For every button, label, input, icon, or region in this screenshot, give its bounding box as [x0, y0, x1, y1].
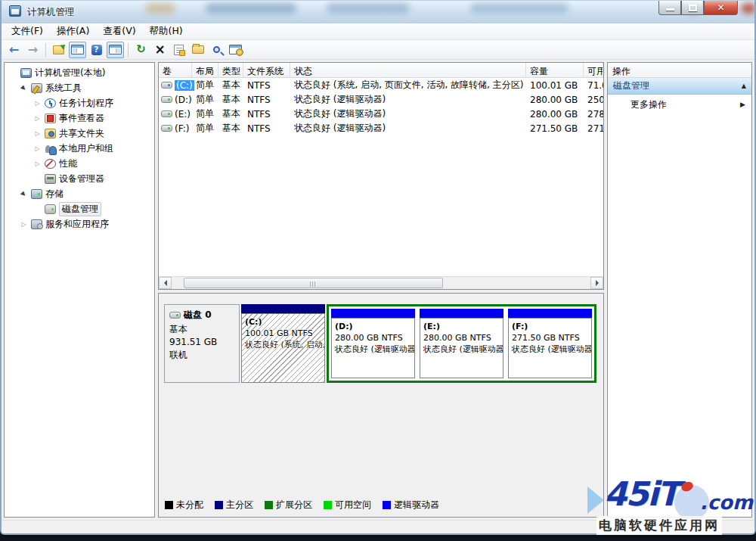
- volume-table-header: 卷 布局 类型 文件系统 状态 容量 可用空间: [159, 63, 603, 78]
- console-options-button[interactable]: [227, 42, 244, 58]
- desktop-background: 计算机管理 ✕ 文件(F) 操作(A) 查看(V) 帮助(H) ← → ? ↻: [0, 0, 756, 541]
- partition-c[interactable]: (C:) 100.01 GB NTFS 状态良好 (系统, 启动, 页面文件, …: [241, 304, 325, 383]
- disk-management-section-header[interactable]: 磁盘管理 ▲: [608, 78, 751, 95]
- tree-item-disk-management[interactable]: 磁盘管理: [5, 201, 154, 216]
- background-blob: [145, 3, 175, 14]
- column-capacity[interactable]: 容量: [526, 63, 584, 77]
- legend-extended-partition: 扩展分区: [265, 499, 312, 511]
- tree-item-computer-management[interactable]: 计算机管理(本地): [5, 65, 154, 80]
- close-icon: ✕: [705, 2, 737, 13]
- drive-icon: [161, 82, 172, 89]
- menu-action[interactable]: 操作(A): [50, 23, 96, 40]
- back-button[interactable]: ←: [5, 42, 23, 58]
- scrollbar-track[interactable]: [172, 277, 590, 289]
- menu-file[interactable]: 文件(F): [5, 23, 50, 40]
- export-list-button[interactable]: [50, 42, 67, 58]
- open-button[interactable]: [189, 42, 206, 58]
- services-icon: [31, 219, 42, 229]
- task-scheduler-icon: [45, 98, 56, 108]
- storage-icon: [31, 189, 42, 199]
- legend-swatch: [165, 501, 173, 509]
- export-list-icon: [53, 45, 64, 54]
- expander-expanded-icon[interactable]: ▶: [18, 82, 29, 93]
- drive-icon: [161, 125, 172, 132]
- column-type[interactable]: 类型: [218, 63, 243, 77]
- volume-row-f[interactable]: (F:) 简单 基本 NTFS 状态良好 (逻辑驱动器) 271.50 GB 2…: [159, 121, 603, 135]
- tree-item-services-applications[interactable]: ▷ 服务和应用程序: [5, 216, 154, 232]
- computer-management-icon: [9, 5, 21, 17]
- legend-swatch: [265, 501, 273, 509]
- tree-item-event-viewer[interactable]: ▷ 事件查看器: [5, 110, 154, 126]
- expander-collapsed-icon[interactable]: ▷: [20, 221, 28, 228]
- performance-icon: [45, 159, 56, 169]
- column-volume[interactable]: 卷: [159, 63, 192, 77]
- disk-0-label[interactable]: 磁盘 0 基本 931.51 GB 联机: [164, 304, 240, 383]
- refresh-button[interactable]: ↻: [132, 42, 150, 58]
- show-action-pane-button[interactable]: [107, 42, 124, 58]
- drive-icon: [161, 110, 172, 117]
- local-users-icon: [45, 144, 56, 154]
- expander-collapsed-icon[interactable]: ▷: [33, 115, 42, 122]
- volume-row-c[interactable]: (C:) 简单 基本 NTFS 状态良好 (系统, 启动, 页面文件, 活动, …: [159, 78, 603, 92]
- tree-item-local-users-groups[interactable]: ▷ 本地用户和组: [5, 141, 154, 156]
- tree-item-shared-folders[interactable]: ▷ 共享文件夹: [5, 126, 154, 141]
- scroll-left-arrow[interactable]: [159, 277, 172, 289]
- partition-c-color-bar: [241, 304, 325, 313]
- toolbar-separator: [128, 43, 129, 57]
- tree-item-task-scheduler[interactable]: ▷ 任务计划程序: [5, 95, 154, 110]
- partition-d[interactable]: (D:) 280.00 GB NTFS 状态良好 (逻辑驱动器): [331, 309, 415, 378]
- minimize-button[interactable]: [658, 1, 681, 15]
- tree-item-device-manager[interactable]: 设备管理器: [5, 171, 154, 186]
- expander-expanded-icon[interactable]: ▶: [18, 188, 29, 199]
- find-button[interactable]: [208, 42, 225, 58]
- menu-bar: 文件(F) 操作(A) 查看(V) 帮助(H): [2, 23, 754, 40]
- partition-e[interactable]: (E:) 280.00 GB NTFS 状态良好 (逻辑驱动器): [420, 309, 503, 378]
- properties-button[interactable]: [170, 42, 187, 58]
- scroll-right-arrow[interactable]: [590, 277, 603, 289]
- maximize-button[interactable]: [681, 1, 704, 15]
- column-free-space[interactable]: 可用空间: [584, 63, 603, 77]
- delete-icon: ×: [154, 43, 165, 56]
- partition-e-color-bar: [420, 309, 503, 318]
- legend-unallocated: 未分配: [165, 499, 203, 511]
- partition-f-color-bar: [508, 309, 592, 318]
- expander-collapsed-icon[interactable]: ▷: [33, 100, 42, 107]
- volume-row-e[interactable]: (E:) 简单 基本 NTFS 状态良好 (逻辑驱动器) 280.00 GB 2…: [159, 107, 603, 121]
- more-actions-item[interactable]: 更多操作 ▶: [608, 95, 751, 114]
- maximize-icon: [689, 5, 697, 11]
- console-options-icon: [229, 45, 242, 54]
- horizontal-scrollbar[interactable]: [159, 276, 603, 289]
- close-button[interactable]: ✕: [704, 1, 738, 15]
- tree-item-performance[interactable]: ▷ 性能: [5, 156, 154, 171]
- menu-view[interactable]: 查看(V): [96, 23, 142, 40]
- delete-button[interactable]: ×: [151, 42, 169, 58]
- minimize-icon: [666, 8, 674, 11]
- volume-list-pane: 卷 布局 类型 文件系统 状态 容量 可用空间 (C:) 简单 基本 NTFS …: [158, 62, 604, 290]
- window-title: 计算机管理: [27, 6, 75, 19]
- expander-collapsed-icon[interactable]: ▷: [33, 130, 42, 137]
- column-filesystem[interactable]: 文件系统: [243, 63, 290, 77]
- extended-partition-box: (D:) 280.00 GB NTFS 状态良好 (逻辑驱动器) (E:) 28…: [327, 304, 596, 383]
- window-controls: ✕: [658, 1, 738, 15]
- column-layout[interactable]: 布局: [192, 63, 218, 77]
- volume-row-d[interactable]: (D:) 简单 基本 NTFS 状态良好 (逻辑驱动器) 280.00 GB 2…: [159, 92, 603, 107]
- graphical-view-pane: 磁盘 0 基本 931.51 GB 联机 (C:) 100.01 GB NTFS…: [158, 293, 604, 518]
- refresh-icon: ↻: [136, 44, 146, 55]
- show-console-tree-button[interactable]: [69, 42, 86, 58]
- forward-icon: →: [28, 44, 38, 56]
- scrollbar-thumb[interactable]: [184, 278, 443, 288]
- collapse-icon[interactable]: ▲: [742, 82, 746, 89]
- column-status[interactable]: 状态: [290, 63, 526, 77]
- expander-collapsed-icon[interactable]: ▷: [33, 145, 42, 152]
- submenu-arrow-icon: ▶: [740, 101, 745, 108]
- tree-item-storage[interactable]: ▶ 存储: [5, 186, 154, 201]
- forward-button[interactable]: →: [24, 42, 42, 58]
- watermark-triangle: [587, 487, 604, 514]
- title-bar[interactable]: 计算机管理 ✕: [2, 1, 754, 23]
- legend-swatch: [383, 501, 391, 509]
- partition-f[interactable]: (F:) 271.50 GB NTFS 状态良好 (逻辑驱动器): [508, 309, 592, 378]
- help-button[interactable]: ?: [88, 42, 105, 58]
- expander-collapsed-icon[interactable]: ▷: [33, 160, 42, 167]
- menu-help[interactable]: 帮助(H): [143, 23, 190, 40]
- tree-item-system-tools[interactable]: ▶ 系统工具: [5, 80, 154, 95]
